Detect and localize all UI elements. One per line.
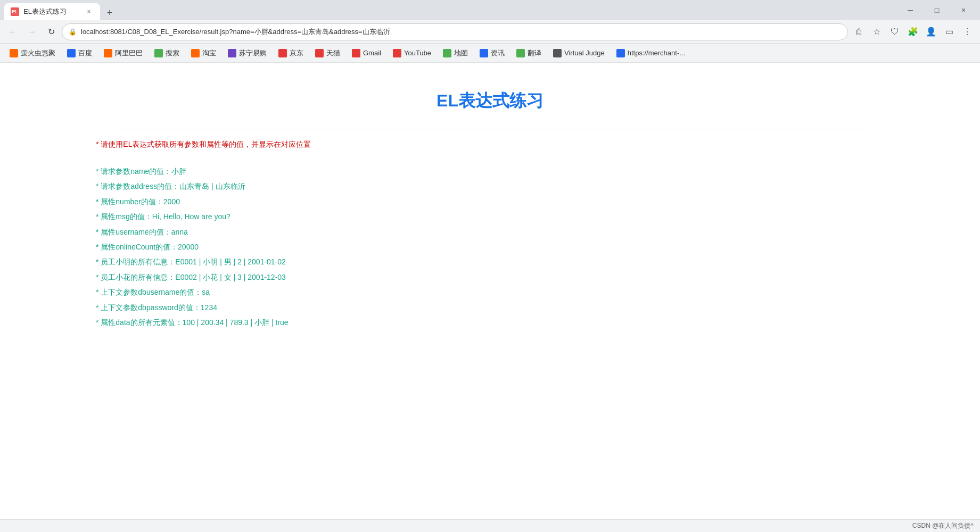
page-content: EL表达式练习 * 请使用EL表达式获取所有参数和属性等的值，并显示在对应位置 … [0,63,980,519]
translate-favicon [516,49,525,57]
tab-group: EL EL表达式练习 × + [4,0,896,20]
youtube-favicon [393,49,401,57]
sidebar-icon[interactable]: ▭ [941,23,958,40]
nav-icons-right: ⎙ ☆ 🛡 🧩 👤 ▭ ⋮ [850,23,976,40]
bookmark-label-baidu: 百度 [78,48,92,58]
result-line-1: * 请求参数address的值：山东青岛 | 山东临沂 [96,180,289,192]
menu-icon[interactable]: ⋮ [959,23,976,40]
bookmark-label-maps: 地图 [454,48,468,58]
bookmark-label-suning: 苏宁易购 [239,48,267,58]
bookmark-item-merchant[interactable]: https://merchant-... [611,47,690,60]
gmail-favicon [352,49,360,57]
maps-favicon [443,49,451,57]
divider [118,129,863,129]
bookmark-item-vjudge[interactable]: Virtual Judge [548,47,610,60]
result-line-9: * 上下文参数dbpassword的值：1234 [96,302,289,313]
vjudge-favicon [553,49,562,57]
maximize-button[interactable]: □ [925,2,949,18]
url-text: localhost:8081/C08_D08_EL_Exercise/resul… [81,27,841,37]
result-line-0: * 请求参数name的值：小胖 [96,165,289,177]
bookmark-item-alibaba[interactable]: 阿里巴巴 [98,46,148,60]
bookmark-label-alibaba: 阿里巴巴 [115,48,143,58]
alibaba-favicon [104,49,112,57]
title-bar: EL EL表达式练习 × + ─ □ × [0,0,980,20]
navigation-bar: ← → ↻ 🔒 localhost:8081/C08_D08_EL_Exerci… [0,20,980,44]
active-tab[interactable]: EL EL表达式练习 × [4,3,100,20]
result-line-3: * 属性msg的值：Hi, Hello, How are you? [96,211,289,222]
bookmark-label-huochong: 萤火虫惠聚 [21,48,55,58]
status-text: CSDN @在人间负债^ [912,521,974,530]
bookmark-label-tianmao: 天猫 [326,48,340,58]
reload-button[interactable]: ↻ [43,23,60,40]
extension-icon[interactable]: 🧩 [904,23,921,40]
bookmark-item-jd[interactable]: 京东 [273,46,309,60]
bookmark-item-maps[interactable]: 地图 [438,46,473,60]
bookmark-label-merchant: https://merchant-... [628,49,685,57]
tab-title: EL表达式练习 [23,7,80,16]
bookmark-label-search: 搜索 [166,48,179,58]
bookmark-item-gmail[interactable]: Gmail [347,47,386,60]
bookmark-label-vjudge: Virtual Judge [564,49,605,57]
suning-favicon [228,49,236,57]
minimize-button[interactable]: ─ [898,2,923,18]
bookmark-label-taobao: 淘宝 [202,48,216,58]
bookmarks-bar: 萤火虫惠聚百度阿里巴巴搜索淘宝苏宁易购京东天猫GmailYouTube地图资讯翻… [0,44,980,63]
results-section: * 请求参数name的值：小胖* 请求参数address的值：山东青岛 | 山东… [96,165,289,328]
shield-icon[interactable]: 🛡 [886,23,903,40]
result-line-4: * 属性username的值：anna [96,226,289,238]
status-bar: CSDN @在人间负债^ [0,519,980,532]
huochong-favicon [10,49,18,57]
tab-favicon: EL [11,7,19,16]
tab-close-button[interactable]: × [84,7,94,16]
window-controls: ─ □ × [898,2,976,18]
bookmark-label-news: 资讯 [491,48,505,58]
taobao-favicon [191,49,200,57]
bookmark-label-youtube: YouTube [404,49,431,57]
new-tab-button[interactable]: + [102,5,117,20]
bookmark-icon[interactable]: ☆ [868,23,885,40]
bookmark-item-suning[interactable]: 苏宁易购 [223,46,272,60]
bookmark-label-translate: 翻译 [528,48,541,58]
page-title: EL表达式练习 [437,89,543,113]
bookmark-item-taobao[interactable]: 淘宝 [186,46,221,60]
jd-favicon [278,49,287,57]
bookmark-label-gmail: Gmail [363,49,381,57]
bookmark-item-search[interactable]: 搜索 [149,46,185,60]
forward-button[interactable]: → [23,23,40,40]
bookmark-label-jd: 京东 [290,48,303,58]
close-button[interactable]: × [951,2,976,18]
back-button[interactable]: ← [4,23,21,40]
baidu-favicon [67,49,76,57]
result-line-10: * 属性data的所有元素值：100 | 200.34 | 789.3 | 小胖… [96,317,289,328]
merchant-favicon [616,49,625,57]
result-line-5: * 属性onlineCount的值：20000 [96,241,289,253]
search-favicon [154,49,163,57]
instructions: * 请使用EL表达式获取所有参数和属性等的值，并显示在对应位置 [96,140,311,149]
share-icon[interactable]: ⎙ [850,23,867,40]
bookmark-item-baidu[interactable]: 百度 [62,46,97,60]
bookmark-item-translate[interactable]: 翻译 [511,46,547,60]
tianmao-favicon [315,49,324,57]
profile-icon[interactable]: 👤 [923,23,940,40]
result-line-7: * 员工小花的所有信息：E0002 | 小花 | 女 | 3 | 2001-12… [96,271,289,283]
bookmark-item-tianmao[interactable]: 天猫 [310,46,345,60]
bookmark-item-huochong[interactable]: 萤火虫惠聚 [4,46,61,60]
address-bar[interactable]: 🔒 localhost:8081/C08_D08_EL_Exercise/res… [62,23,848,40]
bookmark-item-youtube[interactable]: YouTube [388,47,437,60]
bookmark-item-news[interactable]: 资讯 [474,46,510,60]
news-favicon [480,49,488,57]
result-line-2: * 属性number的值：2000 [96,196,289,207]
result-line-6: * 员工小明的所有信息：E0001 | 小明 | 男 | 2 | 2001-01… [96,256,289,268]
result-line-8: * 上下文参数dbusername的值：sa [96,286,289,298]
